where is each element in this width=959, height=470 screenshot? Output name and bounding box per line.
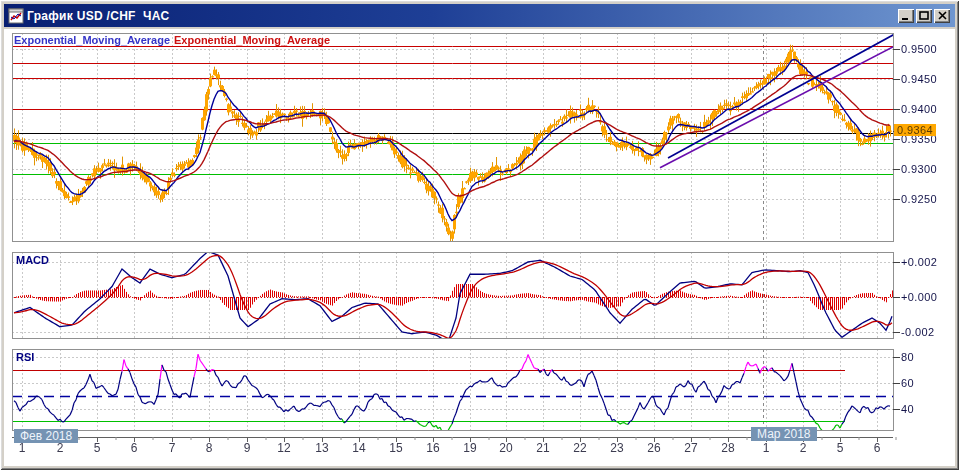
rsi-tick-label: 80 [901, 351, 914, 363]
date-label: 5 [826, 442, 854, 454]
chart-window: График USD /CHF ЧАС Exponential_Moving_A… [0, 0, 959, 470]
minimize-button[interactable] [898, 9, 914, 23]
close-icon [938, 11, 947, 20]
maximize-button[interactable] [916, 9, 932, 23]
date-label: 22 [566, 442, 594, 454]
date-label: 28 [714, 442, 742, 454]
rsi-tick-label: 40 [901, 403, 914, 415]
chart-client-area: Exponential_Moving_Average Exponential_M… [4, 29, 955, 466]
date-label: 21 [529, 442, 557, 454]
date-label: 6 [863, 442, 891, 454]
date-label: 27 [677, 442, 705, 454]
rsi-tick-label: 60 [901, 377, 914, 389]
date-label: 19 [456, 442, 484, 454]
maximize-icon [919, 11, 929, 20]
window-controls [898, 9, 950, 23]
price-tick-label: 0.9450 [901, 73, 937, 85]
price-tick-label: 0.9500 [901, 43, 937, 55]
date-label: 5 [83, 442, 111, 454]
price-tick-label: 0.9250 [901, 193, 937, 205]
close-button[interactable] [934, 9, 950, 23]
date-label: 2 [789, 442, 817, 454]
date-label: 20 [492, 442, 520, 454]
month-badge: Фев 2018 [14, 429, 78, 443]
date-label: 8 [195, 442, 223, 454]
date-label: 16 [419, 442, 447, 454]
date-label: 13 [308, 442, 336, 454]
chart-app-icon [8, 8, 24, 24]
date-label: 7 [158, 442, 186, 454]
date-label: 26 [640, 442, 668, 454]
macd-tick-label: +0.002 [901, 256, 937, 268]
date-label: 9 [233, 442, 261, 454]
ema-slow-label: Exponential_Moving_Average [174, 34, 330, 46]
date-label: 1 [8, 442, 36, 454]
date-label: 1 [752, 442, 780, 454]
title-bar[interactable]: График USD /CHF ЧАС [4, 4, 955, 27]
chart-canvas[interactable] [4, 29, 955, 466]
macd-tick-label: -0.002 [901, 326, 935, 338]
minimize-icon [901, 11, 911, 20]
date-label: 23 [603, 442, 631, 454]
rsi-pane-label: RSI [16, 351, 34, 363]
price-tick-label: 0.9300 [901, 163, 937, 175]
date-label: 15 [382, 442, 410, 454]
date-label: 12 [270, 442, 298, 454]
date-label: 6 [120, 442, 148, 454]
macd-pane-label: MACD [16, 254, 49, 266]
window-title: График USD /CHF ЧАС [27, 9, 898, 23]
month-badge: Мар 2018 [751, 427, 817, 441]
ema-fast-label: Exponential_Moving_Average [14, 34, 170, 46]
date-label: 2 [46, 442, 74, 454]
macd-tick-label: +0.000 [901, 291, 937, 303]
date-label: 14 [345, 442, 373, 454]
price-tick-label: 0.9400 [901, 103, 937, 115]
current-price-badge: 0.9364 [894, 124, 936, 136]
